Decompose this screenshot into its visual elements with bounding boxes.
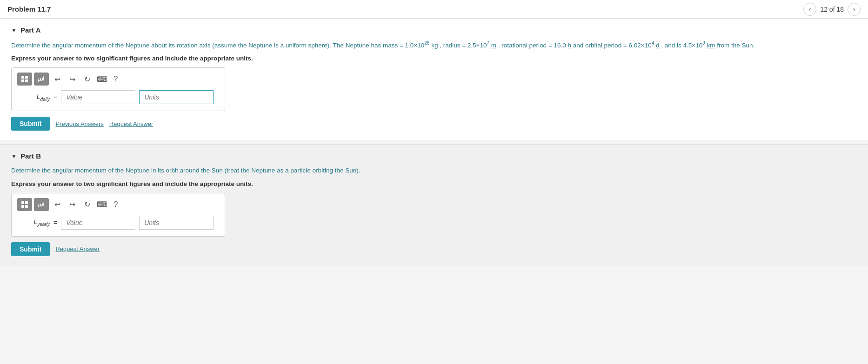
part-b-help-button[interactable]: ? bbox=[110, 199, 121, 210]
prev-button[interactable]: ‹ bbox=[803, 3, 816, 16]
part-a-problem-text: Determine the angular momentum of the Ne… bbox=[11, 40, 857, 50]
part-a-input-box: μÅ ↩ ↪ ↻ ⌨ ? Ldaily = bbox=[11, 67, 225, 111]
part-b-var-label: Lyearly bbox=[17, 218, 50, 227]
next-button[interactable]: › bbox=[848, 3, 861, 16]
part-b-keyboard-button[interactable]: ⌨ bbox=[95, 198, 108, 211]
part-a-undo-button[interactable]: ↩ bbox=[51, 73, 64, 86]
part-a-header: ▼ Part A bbox=[11, 26, 857, 34]
part-a-units-input[interactable] bbox=[139, 90, 214, 104]
part-a-mu-button[interactable]: μÅ bbox=[34, 73, 49, 86]
part-b-mu-button[interactable]: μÅ bbox=[34, 198, 49, 211]
part-a-refresh-button[interactable]: ↻ bbox=[80, 73, 93, 86]
part-a-request-answer-button[interactable]: Request Answer bbox=[109, 120, 154, 127]
part-b-input-row: Lyearly = bbox=[17, 216, 219, 230]
problem-title: Problem 11.7 bbox=[7, 5, 51, 13]
part-a-equals: = bbox=[53, 93, 57, 101]
part-a-label: Part A bbox=[20, 26, 41, 34]
part-b-toolbar: μÅ ↩ ↪ ↻ ⌨ ? bbox=[17, 198, 219, 211]
part-a-toolbar: μÅ ↩ ↪ ↻ ⌨ ? bbox=[17, 73, 219, 86]
svg-rect-6 bbox=[21, 205, 24, 208]
part-b-problem-text: Determine the angular momentum of the Ne… bbox=[11, 165, 857, 176]
part-a-collapse-arrow[interactable]: ▼ bbox=[11, 27, 17, 33]
svg-rect-0 bbox=[21, 76, 24, 79]
part-b-undo-button[interactable]: ↩ bbox=[51, 198, 64, 211]
part-b-header: ▼ Part B bbox=[11, 152, 857, 160]
svg-rect-7 bbox=[25, 205, 28, 208]
part-a-section: ▼ Part A Determine the angular momentum … bbox=[0, 19, 868, 140]
part-a-submit-button[interactable]: Submit bbox=[11, 117, 50, 131]
header: Problem 11.7 ‹ 12 of 18 › bbox=[0, 0, 868, 19]
part-a-var-label: Ldaily bbox=[17, 93, 50, 102]
part-a-value-input[interactable] bbox=[61, 90, 135, 104]
svg-rect-3 bbox=[25, 79, 28, 82]
header-navigation: ‹ 12 of 18 › bbox=[803, 3, 861, 16]
part-a-redo-button[interactable]: ↪ bbox=[66, 73, 79, 86]
part-b-refresh-button[interactable]: ↻ bbox=[80, 198, 93, 211]
part-a-input-row: Ldaily = bbox=[17, 90, 219, 104]
part-b-collapse-arrow[interactable]: ▼ bbox=[11, 153, 17, 159]
part-a-express-text: Express your answer to two significant f… bbox=[11, 55, 857, 62]
svg-rect-5 bbox=[25, 201, 28, 204]
part-b-section: ▼ Part B Determine the angular momentum … bbox=[0, 144, 868, 265]
part-b-value-input[interactable] bbox=[61, 216, 135, 230]
part-b-action-row: Submit Request Answer bbox=[11, 242, 857, 256]
part-a-grid-button[interactable] bbox=[17, 73, 32, 86]
part-a-previous-answers-button[interactable]: Previous Answers bbox=[55, 120, 103, 127]
nav-counter: 12 of 18 bbox=[820, 6, 844, 13]
part-b-grid-button[interactable] bbox=[17, 198, 32, 211]
part-b-express-text: Express your answer to two significant f… bbox=[11, 180, 857, 187]
part-b-submit-button[interactable]: Submit bbox=[11, 242, 50, 256]
part-a-action-row: Submit Previous Answers Request Answer bbox=[11, 117, 857, 131]
svg-rect-2 bbox=[21, 79, 24, 82]
svg-rect-4 bbox=[21, 201, 24, 204]
part-a-help-button[interactable]: ? bbox=[110, 73, 121, 85]
part-b-units-input[interactable] bbox=[139, 216, 214, 230]
svg-rect-1 bbox=[25, 76, 28, 79]
part-a-keyboard-button[interactable]: ⌨ bbox=[95, 73, 108, 86]
part-b-redo-button[interactable]: ↪ bbox=[66, 198, 79, 211]
part-b-request-answer-button[interactable]: Request Answer bbox=[55, 245, 100, 252]
part-b-input-box: μÅ ↩ ↪ ↻ ⌨ ? Lyearly = bbox=[11, 193, 225, 237]
part-b-equals: = bbox=[53, 219, 57, 226]
part-b-label: Part B bbox=[20, 152, 41, 160]
